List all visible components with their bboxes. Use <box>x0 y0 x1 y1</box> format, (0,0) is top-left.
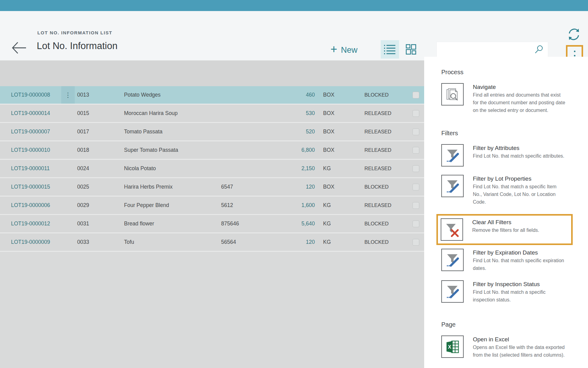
vertical-ellipsis-icon <box>574 51 575 52</box>
lot-no-information-list-page: LOT NO. INFORMATION LIST Lot No. Informa… <box>0 0 588 368</box>
menu-item-icon-box <box>441 280 464 303</box>
menu-item-filter-by-inspection-status[interactable]: Filter by Inspection Status Find Lot No.… <box>441 280 579 304</box>
inventory-link[interactable]: 2,150 <box>270 160 315 177</box>
base-unit-cell: BOX <box>323 123 334 140</box>
description-cell: Nicola Potato <box>124 160 156 177</box>
blocked-checkbox[interactable] <box>413 128 419 135</box>
variant-code-cell: 875646 <box>221 215 239 232</box>
lot-no-link[interactable]: LOT19-0000009 <box>11 233 50 251</box>
menu-item-icon-box <box>441 175 464 197</box>
lot-no-link[interactable]: LOT19-0000015 <box>11 178 50 196</box>
description-cell: Moroccan Harira Soup <box>124 105 178 122</box>
lot-no-link[interactable]: LOT19-0000007 <box>11 123 50 140</box>
menu-item-title: Navigate <box>473 83 566 91</box>
search-input[interactable] <box>437 42 534 57</box>
context-menu-panel: Process Navigate Find all entries and do… <box>424 57 588 368</box>
menu-item-text: Clear All Filters Remove the filters for… <box>472 218 566 241</box>
lot-no-link[interactable]: LOT19-0000012 <box>11 215 50 232</box>
menu-item-open-in-excel[interactable]: X Open in Excel Opens an Excel file with… <box>441 335 579 359</box>
lot-no-link[interactable]: LOT19-0000014 <box>11 105 50 122</box>
blocked-checkbox[interactable] <box>413 184 419 190</box>
new-button-label: New <box>341 45 357 55</box>
inventory-link[interactable]: 120 <box>270 233 315 251</box>
blocked-checkbox[interactable] <box>413 92 419 98</box>
item-no-cell: 0015 <box>77 105 89 122</box>
refresh-icon <box>567 27 581 42</box>
table-row[interactable]: LOT19-0000010 ⋮ 0018 Super Tomato Passat… <box>0 141 424 160</box>
inventory-link[interactable]: 460 <box>270 86 315 104</box>
menu-item-filter-by-expiration-dates[interactable]: Filter by Expiration Dates Find Lot No. … <box>441 249 579 272</box>
refresh-button[interactable] <box>567 27 581 42</box>
menu-item-text: Filter by Inspection Status Find Lot No.… <box>473 280 566 304</box>
filter-icon <box>445 284 460 299</box>
blocked-checkbox[interactable] <box>413 239 419 246</box>
inventory-link[interactable]: 520 <box>270 123 315 140</box>
svg-text:X: X <box>448 344 451 350</box>
search-box <box>436 42 548 57</box>
menu-item-desc: Opens an Excel file with the data export… <box>473 343 566 359</box>
table-row[interactable]: LOT19-0000011 ⋮ 0024 Nicola Potato 2,150… <box>0 160 424 178</box>
blocked-checkbox[interactable] <box>413 110 419 117</box>
filter-icon <box>445 179 460 194</box>
top-bar <box>0 0 588 11</box>
menu-item-desc: Find Lot No. that match specific expirat… <box>473 257 566 272</box>
menu-item-text: Filter by Expiration Dates Find Lot No. … <box>473 249 566 272</box>
inventory-link[interactable]: 530 <box>270 105 315 122</box>
menu-item-title: Filter by Attributes <box>473 144 566 152</box>
blocked-checkbox[interactable] <box>413 147 419 154</box>
filter-icon <box>445 253 460 267</box>
inspection-status-cell: RELEASED <box>364 123 391 140</box>
tiles-view-button[interactable] <box>402 40 420 59</box>
lot-no-link[interactable]: LOT19-0000010 <box>11 141 50 159</box>
lot-no-link[interactable]: LOT19-0000011 <box>11 160 50 177</box>
description-cell: Harira Herbs Premix <box>124 178 173 196</box>
variant-code-cell: 5612 <box>221 197 233 214</box>
menu-section: Process Navigate Find all entries and do… <box>441 68 579 114</box>
filter-icon <box>445 148 460 163</box>
menu-item-title: Filter by Inspection Status <box>473 280 566 288</box>
item-no-cell: 0013 <box>77 86 89 104</box>
table-row[interactable]: LOT19-0000014 ⋮ 0015 Moroccan Harira Sou… <box>0 105 424 123</box>
menu-item-text: Open in Excel Opens an Excel file with t… <box>473 335 566 359</box>
inventory-link[interactable]: 6,800 <box>270 141 315 159</box>
tiles-view-icon <box>406 44 416 55</box>
back-button[interactable] <box>11 41 27 55</box>
menu-item-filter-by-lot-properties[interactable]: Filter by Lot Properties Find Lot No. th… <box>441 175 579 206</box>
inventory-link[interactable]: 1,600 <box>270 197 315 214</box>
menu-item-text: Filter by Lot Properties Find Lot No. th… <box>473 175 566 206</box>
blocked-checkbox[interactable] <box>413 165 419 172</box>
table-row[interactable]: LOT19-0000012 ⋮ 0031 Bread flower 875646… <box>0 215 424 233</box>
inspection-status-cell: RELEASED <box>364 160 391 177</box>
excel-icon: X <box>445 339 460 354</box>
base-unit-cell: KG <box>323 197 331 214</box>
table-row[interactable]: LOT19-0000007 ⋮ 0017 Tomato Passata 520 … <box>0 123 424 141</box>
menu-item-navigate[interactable]: Navigate Find all entries and documents … <box>441 83 579 114</box>
new-button[interactable]: + New <box>329 43 359 57</box>
navigate-icon <box>446 87 460 102</box>
inspection-status-cell: BLOCKED <box>364 178 389 196</box>
inventory-link[interactable]: 120 <box>270 178 315 196</box>
inventory-link[interactable]: 5,640 <box>270 215 315 232</box>
inspection-status-cell: BLOCKED <box>364 215 389 232</box>
menu-section-items: Navigate Find all entries and documents … <box>441 83 579 114</box>
menu-item-title: Clear All Filters <box>472 218 566 226</box>
table-row[interactable]: LOT19-0000015 ⋮ 0025 Harira Herbs Premix… <box>0 178 424 197</box>
table-row[interactable]: LOT19-0000009 ⋮ 0033 Tofu 56564 120 KG B… <box>0 233 424 252</box>
item-no-cell: 0024 <box>77 160 89 177</box>
base-unit-cell: BOX <box>323 105 334 122</box>
menu-item-filter-by-attributes[interactable]: Filter by Attributes Find Lot No. that m… <box>441 144 579 167</box>
blocked-checkbox[interactable] <box>413 220 419 227</box>
menu-item-clear-all-filters[interactable]: Clear All Filters Remove the filters for… <box>436 214 573 245</box>
item-no-cell: 0033 <box>77 233 89 251</box>
item-no-cell: 0017 <box>77 123 89 140</box>
list-view-button[interactable] <box>381 40 399 59</box>
lot-no-link[interactable]: LOT19-0000006 <box>11 197 50 214</box>
lot-no-link[interactable]: LOT19-0000008 <box>11 86 50 104</box>
menu-item-desc: Find Lot No. that match specific attribu… <box>473 152 566 160</box>
table-row[interactable]: LOT19-0000008 ⋮ 0013 Potato Wedges 460 B… <box>0 86 424 105</box>
inspection-status-cell: RELEASED <box>364 105 391 122</box>
blocked-checkbox[interactable] <box>413 202 419 209</box>
item-no-cell: 0018 <box>77 141 89 159</box>
table-row[interactable]: LOT19-0000006 ⋮ 0029 Four Pepper Blend 5… <box>0 197 424 215</box>
row-options-button[interactable]: ⋮ <box>61 86 75 104</box>
